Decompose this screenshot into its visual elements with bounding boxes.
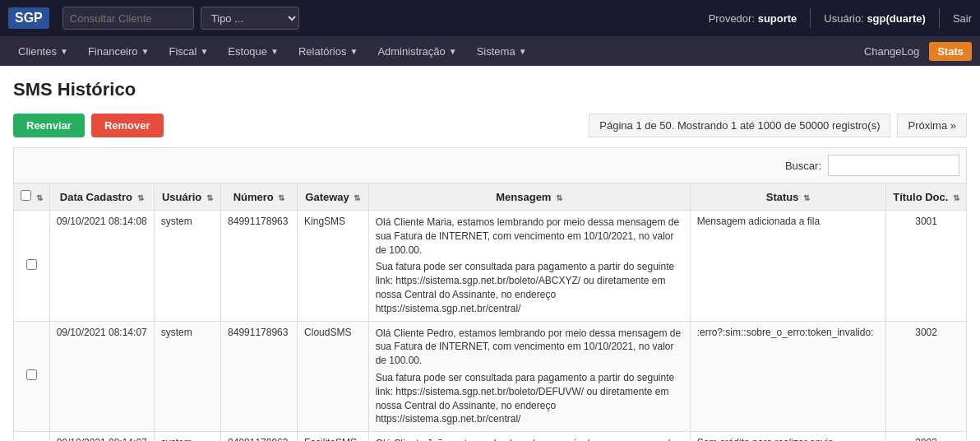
row-date: 09/10/2021 08:14:07	[49, 432, 154, 441]
row-message: Olá Cliente Pedro, estamos lembrando por…	[368, 321, 690, 432]
table-header-row: ⇅ Data Cadastro ⇅ Usuário ⇅ Número ⇅ Gat…	[14, 183, 967, 211]
row-gateway: KingSMS	[298, 211, 369, 322]
row-message: Olá Cliente Maria, estamos lembrando por…	[368, 211, 690, 322]
search-row: Buscar:	[13, 147, 967, 183]
th-mensagem: Mensagem ⇅	[368, 183, 690, 211]
chevron-down-icon: ▼	[200, 47, 208, 56]
navbar-right: ChangeLog Stats	[858, 42, 972, 61]
sort-icon[interactable]: ⇅	[803, 193, 810, 202]
row-doc: 3003	[886, 432, 967, 441]
row-date: 09/10/2021 08:14:07	[49, 321, 154, 432]
th-usuario: Usuário ⇅	[154, 183, 220, 211]
row-status: :erro?:sim::sobre_o_erro:token_invalido:	[690, 321, 886, 432]
th-gateway: Gateway ⇅	[298, 183, 369, 211]
row-doc: 3002	[886, 321, 967, 432]
th-numero: Número ⇅	[221, 183, 298, 211]
actions-row: Reenviar Remover Página 1 de 50. Mostran…	[13, 114, 967, 137]
sort-icon[interactable]: ⇅	[206, 193, 213, 202]
reenviar-button[interactable]: Reenviar	[13, 114, 85, 137]
search-label: Buscar:	[785, 160, 821, 172]
provider-label: Provedor: suporte	[709, 12, 797, 25]
sort-icon[interactable]: ⇅	[137, 193, 144, 202]
sms-table: ⇅ Data Cadastro ⇅ Usuário ⇅ Número ⇅ Gat…	[13, 183, 967, 441]
chevron-down-icon: ▼	[60, 47, 68, 56]
th-checkbox: ⇅	[14, 183, 50, 211]
nav-item-financeiro[interactable]: Financeiro ▼	[78, 36, 159, 66]
th-status: Status ⇅	[690, 183, 886, 211]
row-doc: 3001	[886, 211, 967, 322]
search-client-input[interactable]	[62, 7, 194, 30]
th-titulo-doc: Título Doc. ⇅	[886, 183, 967, 211]
user-label: Usuário: sgp(duarte)	[824, 12, 926, 25]
select-all-checkbox[interactable]	[21, 190, 31, 201]
row-number: 84991178963	[221, 321, 298, 432]
remover-button[interactable]: Remover	[91, 114, 164, 137]
content: SMS Histórico Reenviar Remover Página 1 …	[0, 66, 980, 441]
row-checkbox[interactable]	[26, 369, 37, 380]
row-user: system	[154, 321, 220, 432]
row-checkbox-cell	[14, 432, 50, 441]
navbar: Clientes ▼ Financeiro ▼ Fiscal ▼ Estoque…	[0, 36, 980, 66]
pagination-info: Página 1 de 50. Mostrando 1 até 1000 de …	[589, 114, 967, 137]
nav-item-fiscal[interactable]: Fiscal ▼	[159, 36, 218, 66]
chevron-down-icon: ▼	[449, 47, 457, 56]
provider-value: suporte	[758, 12, 797, 25]
row-gateway: CloudSMS	[298, 321, 369, 432]
chevron-down-icon: ▼	[519, 47, 527, 56]
row-status: Sem crédito para realizar envio	[690, 432, 886, 441]
nav-item-relatorios[interactable]: Relatórios ▼	[289, 36, 368, 66]
table-row: 09/10/2021 08:14:07system84991178963Clou…	[14, 321, 967, 432]
sort-icon[interactable]: ⇅	[278, 193, 284, 202]
sort-arrows-icon: ⇅	[36, 193, 43, 202]
table-row: 09/10/2021 08:14:08system84991178963King…	[14, 211, 967, 322]
topbar-right: Provedor: suporte Usuário: sgp(duarte) S…	[709, 8, 972, 28]
nav-item-administracao[interactable]: Administração ▼	[368, 36, 466, 66]
nav-item-estoque[interactable]: Estoque ▼	[218, 36, 289, 66]
row-message: Olá Cliente João, estamos lembrando por …	[368, 432, 690, 441]
row-checkbox-cell	[14, 211, 50, 322]
row-user: system	[154, 432, 220, 441]
type-select[interactable]: Tipo ...	[201, 7, 299, 30]
sort-icon[interactable]: ⇅	[953, 193, 959, 202]
sort-icon[interactable]: ⇅	[354, 193, 360, 202]
row-number: 84991178963	[221, 432, 298, 441]
stats-button[interactable]: Stats	[929, 42, 972, 61]
sort-icon[interactable]: ⇅	[556, 193, 562, 202]
search-input[interactable]	[828, 155, 959, 176]
topbar: SGP Tipo ... Provedor: suporte Usuário: …	[0, 0, 980, 36]
nav-item-clientes[interactable]: Clientes ▼	[8, 36, 78, 66]
logo: SGP	[8, 7, 49, 29]
row-gateway: FacilitaSMS	[298, 432, 369, 441]
page-title: SMS Histórico	[13, 79, 967, 100]
chevron-down-icon: ▼	[349, 47, 358, 56]
changelog-button[interactable]: ChangeLog	[858, 45, 926, 58]
pagination-text: Página 1 de 50. Mostrando 1 até 1000 de …	[589, 114, 890, 137]
topbar-divider2	[939, 8, 940, 28]
chevron-down-icon: ▼	[270, 47, 279, 56]
row-number: 84991178963	[221, 211, 298, 322]
topbar-divider	[810, 8, 811, 28]
sair-button[interactable]: Sair	[953, 12, 972, 25]
row-status: Mensagem adicionada a fila	[690, 211, 886, 322]
row-checkbox[interactable]	[26, 259, 37, 270]
user-value: sgp(duarte)	[867, 12, 926, 25]
row-date: 09/10/2021 08:14:08	[49, 211, 154, 322]
row-user: system	[154, 211, 220, 322]
row-checkbox-cell	[14, 321, 50, 432]
next-page-button[interactable]: Próxima »	[897, 114, 967, 137]
table-row: 09/10/2021 08:14:07system84991178963Faci…	[14, 432, 967, 441]
nav-item-sistema[interactable]: Sistema ▼	[467, 36, 537, 66]
th-data-cadastro: Data Cadastro ⇅	[49, 183, 154, 211]
chevron-down-icon: ▼	[141, 47, 150, 56]
